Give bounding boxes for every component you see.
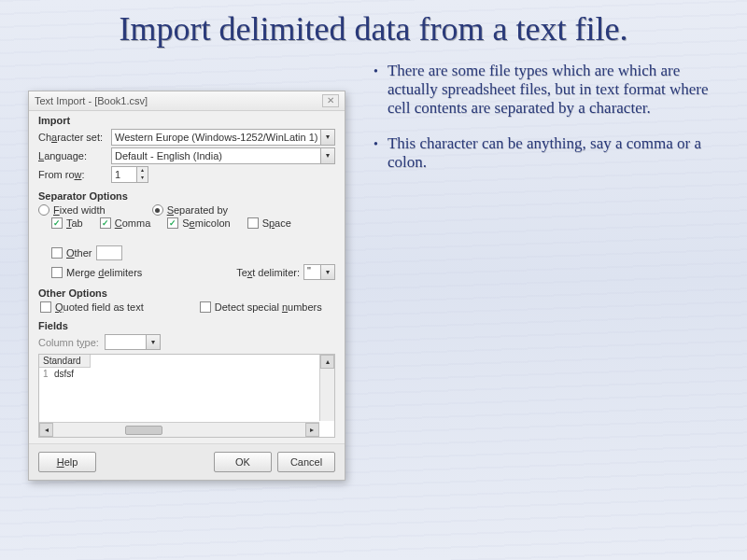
slide-title: Import delimited data from a text file. <box>0 0 747 49</box>
chevron-down-icon[interactable]: ▾ <box>320 148 334 163</box>
import-section-label: Import <box>38 115 335 126</box>
close-icon[interactable]: ✕ <box>322 94 339 107</box>
textdelim-label: Text delimiter: <box>236 267 300 278</box>
help-button[interactable]: Help <box>38 452 96 472</box>
scroll-right-icon[interactable]: ▸ <box>305 423 319 437</box>
fields-section-label: Fields <box>38 320 335 331</box>
spin-up-icon[interactable]: ▴ <box>136 167 148 175</box>
other-input[interactable] <box>96 245 122 260</box>
space-label: Space <box>262 217 291 229</box>
quoted-checkbox[interactable] <box>40 301 51 313</box>
scrollbar-vertical[interactable]: ▴ <box>319 355 334 421</box>
text-import-dialog: Text Import - [Book1.csv] ✕ Import Chara… <box>28 91 345 481</box>
col-header: Standard <box>39 355 91 368</box>
bullet-list: • There are some file types which are wh… <box>374 58 719 481</box>
scroll-left-icon[interactable]: ◂ <box>39 423 53 437</box>
row-number: 1 <box>43 369 54 379</box>
coltype-label: Column type: <box>38 337 99 348</box>
dialog-title: Text Import - [Book1.csv] <box>35 95 148 106</box>
language-select[interactable]: Default - English (India) ▾ <box>111 147 335 164</box>
space-checkbox[interactable] <box>247 217 259 229</box>
charset-label: Character set: <box>38 132 106 143</box>
merge-checkbox[interactable] <box>51 267 63 278</box>
coltype-select[interactable]: ▾ <box>105 334 161 350</box>
detect-label: Detect special numbers <box>215 301 322 313</box>
other-options-label: Other Options <box>38 287 335 299</box>
language-value: Default - English (India) <box>115 150 222 161</box>
bullet-text: There are some file types which are whic… <box>388 62 719 118</box>
charset-value: Western Europe (Windows-1252/WinLatin 1) <box>115 132 317 143</box>
tab-checkbox[interactable] <box>51 217 63 229</box>
spin-down-icon[interactable]: ▾ <box>136 175 148 182</box>
detect-checkbox[interactable] <box>200 301 211 313</box>
tab-label: Tab <box>66 217 83 229</box>
quoted-label: Quoted field as text <box>55 301 144 313</box>
language-label: Language: <box>38 150 106 161</box>
chevron-down-icon[interactable]: ▾ <box>320 265 334 279</box>
other-label: Other <box>66 247 92 259</box>
fixed-width-label: Fixed width <box>53 204 106 216</box>
comma-checkbox[interactable] <box>100 217 111 229</box>
semicolon-checkbox[interactable] <box>167 217 178 229</box>
fromrow-label: From row: <box>38 169 106 180</box>
chevron-down-icon[interactable]: ▾ <box>320 130 334 145</box>
textdelim-select[interactable]: " ▾ <box>303 264 335 280</box>
comma-label: Comma <box>115 217 151 229</box>
separated-by-label: Separated by <box>167 204 228 216</box>
semicolon-label: Semicolon <box>182 217 230 229</box>
scrollbar-horizontal[interactable]: ◂ ▸ <box>39 422 319 437</box>
bullet-dot-icon: • <box>374 134 378 172</box>
fields-preview[interactable]: Standard 1dsfsf ▴ ◂ ▸ <box>38 354 335 438</box>
separator-section-label: Separator Options <box>38 190 335 202</box>
cancel-button[interactable]: Cancel <box>277 452 335 472</box>
charset-select[interactable]: Western Europe (Windows-1252/WinLatin 1)… <box>111 129 335 146</box>
textdelim-value: " <box>304 265 314 279</box>
scroll-thumb[interactable] <box>125 426 162 435</box>
sample-cell: dsfsf <box>54 369 74 379</box>
bullet-item: • This character can be anything, say a … <box>374 134 719 172</box>
bullet-text: This character can be anything, say a co… <box>388 134 719 172</box>
separated-by-radio[interactable] <box>152 204 163 216</box>
fromrow-value: 1 <box>115 169 120 180</box>
chevron-down-icon[interactable]: ▾ <box>146 335 160 349</box>
scroll-up-icon[interactable]: ▴ <box>320 355 334 369</box>
fromrow-spinner[interactable]: 1 ▴▾ <box>111 166 148 183</box>
fixed-width-radio[interactable] <box>38 204 49 216</box>
ok-button[interactable]: OK <box>214 452 272 472</box>
merge-label: Merge delimiters <box>66 267 142 278</box>
bullet-dot-icon: • <box>374 62 378 118</box>
dialog-titlebar: Text Import - [Book1.csv] ✕ <box>29 91 345 111</box>
bullet-item: • There are some file types which are wh… <box>374 62 719 118</box>
other-checkbox[interactable] <box>51 247 63 259</box>
